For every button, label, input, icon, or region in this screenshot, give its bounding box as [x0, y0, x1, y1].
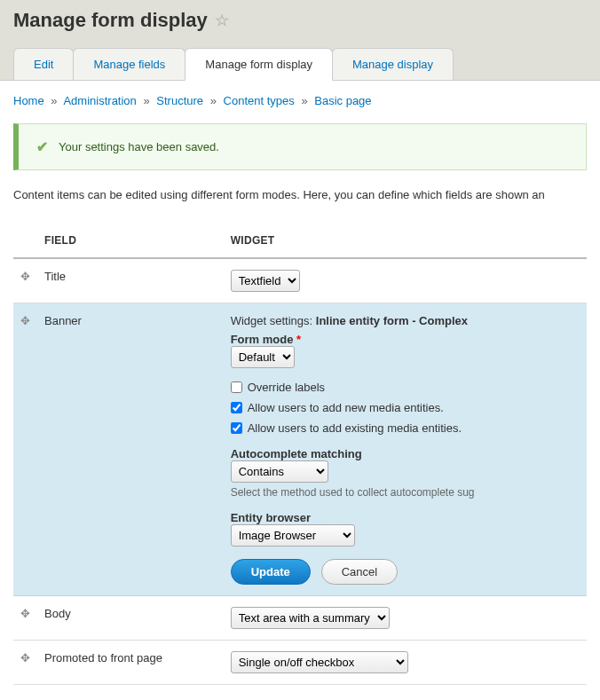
crumb-content-types[interactable]: Content types — [224, 94, 295, 107]
field-name: Banner — [37, 303, 224, 595]
allow-add-label: Allow users to add new media entities. — [248, 401, 444, 414]
field-name: Title — [37, 258, 224, 303]
allow-existing-checkbox[interactable] — [231, 422, 242, 434]
required-marker: * — [296, 333, 301, 346]
table-row-expanded: ✥ Banner Widget settings: Inline entity … — [13, 303, 587, 595]
update-button[interactable]: Update — [231, 559, 311, 585]
tab-edit[interactable]: Edit — [13, 48, 74, 80]
widget-select-title[interactable]: Textfield — [231, 270, 300, 292]
autocomplete-select[interactable]: Contains — [231, 460, 328, 483]
crumb-basic-page[interactable]: Basic page — [314, 94, 371, 107]
drag-handle-icon[interactable]: ✥ — [13, 595, 37, 640]
allow-existing-label: Allow users to add existing media entiti… — [248, 421, 462, 435]
breadcrumb: Home » Administration » Structure » Cont… — [13, 94, 587, 107]
tab-label: Manage fields — [93, 58, 165, 71]
crumb-home[interactable]: Home — [13, 94, 44, 107]
form-mode-select[interactable]: Default — [231, 346, 295, 368]
field-name: Promoted to front page — [37, 640, 224, 684]
widget-settings-name: Inline entity form - Complex — [316, 314, 468, 327]
entity-browser-label: Entity browser — [231, 511, 311, 524]
tab-label: Edit — [34, 58, 53, 71]
form-mode-label: Form mode * — [231, 333, 301, 346]
cancel-button[interactable]: Cancel — [321, 559, 398, 585]
status-message-text: Your settings have been saved. — [59, 140, 219, 153]
page-title: Manage form display ☆ — [13, 9, 587, 32]
autocomplete-desc: Select the method used to collect autoco… — [231, 486, 580, 499]
crumb-administration[interactable]: Administration — [63, 94, 136, 107]
tab-label: Manage display — [352, 58, 433, 71]
col-widget: WIDGET — [224, 224, 587, 258]
table-row: ✥ Body Text area with a summary — [13, 595, 587, 640]
intro-text: Content items can be edited using differ… — [13, 186, 587, 204]
crumb-structure[interactable]: Structure — [156, 94, 203, 107]
field-name: Body — [37, 595, 224, 640]
tab-label: Manage form display — [205, 58, 312, 71]
fields-table: FIELD WIDGET ✥ Title Textfield ✥ Banner — [13, 224, 587, 685]
star-icon[interactable]: ☆ — [215, 11, 229, 30]
drag-handle-icon[interactable]: ✥ — [13, 303, 37, 595]
drag-handle-icon[interactable]: ✥ — [13, 258, 37, 303]
page-title-text: Manage form display — [13, 9, 208, 32]
tab-manage-form-display[interactable]: Manage form display — [185, 48, 333, 81]
override-labels-label: Override labels — [248, 381, 325, 394]
allow-add-checkbox[interactable] — [231, 402, 242, 413]
drag-handle-icon[interactable]: ✥ — [13, 640, 37, 684]
widget-settings-prefix: Widget settings: — [231, 314, 313, 327]
tab-manage-fields[interactable]: Manage fields — [73, 48, 186, 80]
widget-select-promoted[interactable]: Single on/off checkbox — [231, 651, 408, 673]
widget-select-body[interactable]: Text area with a summary — [231, 607, 390, 629]
entity-browser-select[interactable]: Image Browser — [231, 524, 355, 547]
widget-settings-panel: Widget settings: Inline entity form - Co… — [231, 314, 580, 585]
primary-tabs: Edit Manage fields Manage form display M… — [13, 48, 587, 80]
tab-manage-display[interactable]: Manage display — [332, 48, 454, 80]
check-icon: ✔ — [36, 138, 48, 155]
status-message: ✔ Your settings have been saved. — [13, 123, 587, 170]
table-row: ✥ Title Textfield — [13, 258, 587, 303]
autocomplete-label: Autocomplete matching — [231, 447, 362, 460]
table-row: ✥ Promoted to front page Single on/off c… — [13, 640, 587, 684]
col-field: FIELD — [37, 224, 224, 258]
override-labels-checkbox[interactable] — [231, 381, 242, 393]
